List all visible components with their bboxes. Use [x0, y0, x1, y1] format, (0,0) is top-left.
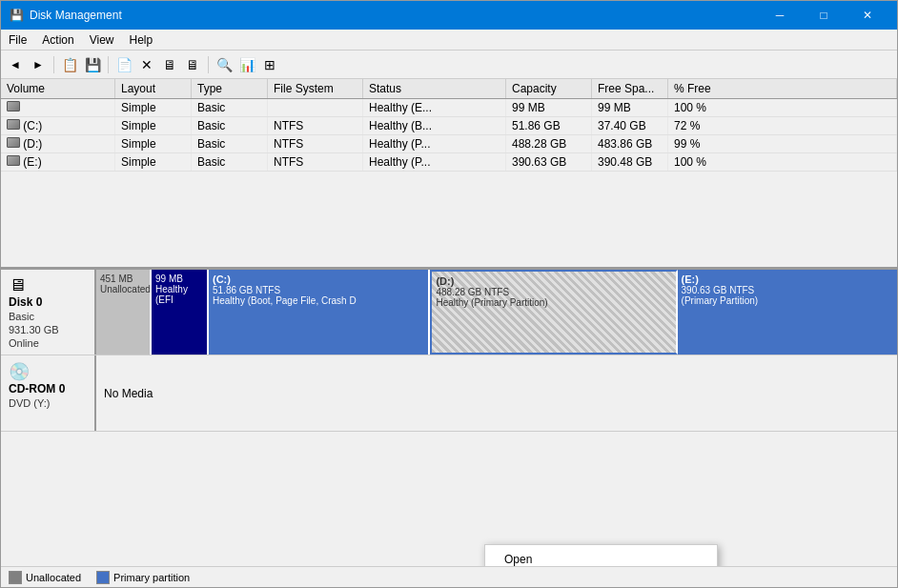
toolbar-btn-6[interactable]: ✕: [136, 54, 157, 75]
forward-button[interactable]: ►: [28, 54, 49, 75]
window-controls: ─ □ ✕: [758, 1, 889, 30]
disk-icon: [7, 137, 20, 148]
partition-e-name: (E:): [682, 274, 893, 285]
table-row[interactable]: (C:) Simple Basic NTFS Healthy (B... 51.…: [1, 117, 897, 135]
ctx-open[interactable]: Open: [485, 548, 717, 566]
toolbar-btn-11[interactable]: ⊞: [259, 54, 280, 75]
cdrom0-row: 💿 CD-ROM 0 DVD (Y:) No Media: [1, 355, 897, 432]
toolbar-btn-5[interactable]: 📄: [113, 54, 134, 75]
window-title: Disk Management: [30, 9, 758, 22]
status-bar: Unallocated Primary partition: [1, 566, 897, 587]
legend-primary-label: Primary partition: [113, 572, 190, 583]
toolbar-btn-3[interactable]: 📋: [59, 54, 80, 75]
disk0-label: 🖥 Disk 0 Basic 931.30 GB Online: [1, 270, 96, 355]
legend-unallocated-box: [9, 571, 22, 584]
disk-map-panel: 🖥 Disk 0 Basic 931.30 GB Online 451 MB U…: [1, 270, 897, 566]
menu-bar: File Action View Help: [1, 30, 897, 51]
disk-icon: [7, 101, 20, 112]
row1-status: Healthy (B...: [363, 117, 506, 134]
partition-c-size: 51.86 GB NTFS: [213, 285, 424, 295]
row1-capacity: 51.86 GB: [506, 117, 592, 134]
maximize-button[interactable]: □: [802, 1, 846, 30]
legend-primary-box: [96, 571, 110, 584]
partition-c[interactable]: (C:) 51.86 GB NTFS Healthy (Boot, Page F…: [209, 270, 430, 355]
partition-d[interactable]: (D:) 488.28 GB NTFS Healthy (Primary Par…: [430, 270, 677, 355]
row3-fs: NTFS: [268, 153, 363, 171]
menu-help[interactable]: Help: [122, 31, 161, 49]
disk0-size: 931.30 GB: [9, 324, 87, 335]
cdrom0-type: DVD (Y:): [9, 397, 87, 409]
minimize-button[interactable]: ─: [758, 1, 802, 30]
row0-layout: Simple: [115, 99, 192, 116]
partition-d-info: Healthy (Primary Partition): [436, 297, 671, 308]
toolbar-btn-9[interactable]: 🔍: [214, 54, 235, 75]
row1-layout: Simple: [115, 117, 192, 134]
row0-status: Healthy (E...: [363, 99, 506, 116]
volume-table-panel: Volume Layout Type File System Status Ca…: [1, 79, 897, 270]
disk0-type: Basic: [9, 311, 87, 322]
cdrom0-label: 💿 CD-ROM 0 DVD (Y:): [1, 355, 96, 431]
row2-capacity: 488.28 GB: [506, 135, 592, 152]
row3-status: Healthy (P...: [363, 153, 506, 171]
cdrom-icon: 💿: [9, 361, 30, 382]
row2-type: Basic: [192, 135, 268, 152]
back-button[interactable]: ◄: [5, 54, 26, 75]
col-pct[interactable]: % Free: [668, 79, 897, 98]
row2-pct: 99 %: [668, 135, 897, 152]
table-row[interactable]: (E:) Simple Basic NTFS Healthy (P... 390…: [1, 153, 897, 172]
partition-unallocated[interactable]: 451 MB Unallocated: [96, 270, 152, 355]
toolbar-separator-1: [53, 56, 54, 73]
app-icon: 💾: [9, 8, 24, 23]
toolbar-btn-7[interactable]: 🖥: [159, 54, 180, 75]
table-row[interactable]: (D:) Simple Basic NTFS Healthy (P... 488…: [1, 135, 897, 153]
toolbar: ◄ ► 📋 💾 📄 ✕ 🖥 🖥 🔍 📊 ⊞: [1, 51, 897, 79]
col-free[interactable]: Free Spa...: [592, 79, 668, 98]
partition-e-info: (Primary Partition): [682, 295, 893, 306]
row0-volume: [1, 99, 115, 116]
partition-efi-size: 99 MB: [155, 274, 203, 284]
partition-e[interactable]: (E:) 390.63 GB NTFS (Primary Partition): [678, 270, 897, 355]
cdrom0-name: CD-ROM 0: [9, 382, 87, 395]
row2-free: 483.86 GB: [592, 135, 668, 152]
col-type[interactable]: Type: [192, 79, 268, 98]
row2-fs: NTFS: [268, 135, 363, 152]
row1-free: 37.40 GB: [592, 117, 668, 134]
row3-pct: 100 %: [668, 153, 897, 171]
title-bar: 💾 Disk Management ─ □ ✕: [1, 1, 897, 30]
partition-efi[interactable]: 99 MB Healthy (EFI: [152, 270, 209, 355]
partition-unalloc-info: Unallocated: [100, 284, 146, 294]
partition-d-name: (D:): [436, 275, 671, 287]
row3-free: 390.48 GB: [592, 153, 668, 171]
col-volume[interactable]: Volume: [1, 79, 115, 98]
partition-c-info: Healthy (Boot, Page File, Crash D: [213, 295, 424, 306]
disk0-icon: 🖥: [9, 275, 26, 295]
main-window: 💾 Disk Management ─ □ ✕ File Action View…: [0, 0, 898, 588]
partition-efi-info: Healthy (EFI: [155, 284, 203, 305]
table-header: Volume Layout Type File System Status Ca…: [1, 79, 897, 99]
table-row[interactable]: Simple Basic Healthy (E... 99 MB 99 MB 1…: [1, 99, 897, 117]
row0-free: 99 MB: [592, 99, 668, 116]
row2-status: Healthy (P...: [363, 135, 506, 152]
col-capacity[interactable]: Capacity: [506, 79, 592, 98]
col-layout[interactable]: Layout: [115, 79, 192, 98]
row1-volume: (C:): [1, 117, 115, 134]
row3-layout: Simple: [115, 153, 192, 171]
legend-primary: Primary partition: [96, 571, 190, 584]
close-button[interactable]: ✕: [846, 1, 889, 30]
row1-pct: 72 %: [668, 117, 897, 134]
menu-action[interactable]: Action: [34, 31, 81, 49]
row1-type: Basic: [192, 117, 268, 134]
menu-view[interactable]: View: [82, 31, 122, 49]
row0-type: Basic: [192, 99, 268, 116]
row0-pct: 100 %: [668, 99, 897, 116]
row3-type: Basic: [192, 153, 268, 171]
partition-unalloc-size: 451 MB: [100, 274, 146, 284]
toolbar-btn-8[interactable]: 🖥: [182, 54, 203, 75]
context-menu: Open Explore Mark Partition as Active Ch…: [484, 544, 718, 566]
toolbar-btn-4[interactable]: 💾: [82, 54, 103, 75]
toolbar-btn-10[interactable]: 📊: [236, 54, 257, 75]
col-status[interactable]: Status: [363, 79, 506, 98]
menu-file[interactable]: File: [1, 31, 34, 49]
row1-fs: NTFS: [268, 117, 363, 134]
col-filesystem[interactable]: File System: [268, 79, 363, 98]
